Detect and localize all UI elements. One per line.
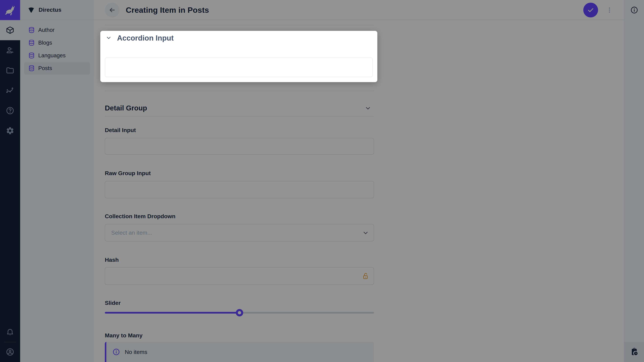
accordion-input-card: Accordion Input [100, 31, 377, 82]
accordion-input-field[interactable] [105, 57, 373, 77]
accordion-input-title: Accordion Input [117, 34, 174, 42]
chevron-down-icon[interactable] [106, 35, 112, 41]
